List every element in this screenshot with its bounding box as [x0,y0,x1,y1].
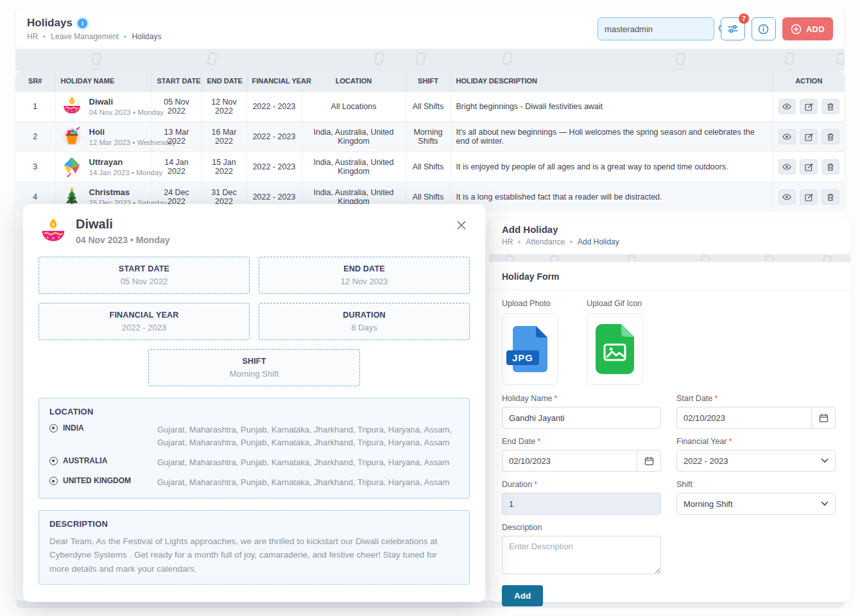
row-location: India, Australia, United Kingdom [302,152,406,182]
stat-financial-year: FINANCIAL YEAR 2022 - 2023 [39,303,250,340]
upload-photo-dropzone[interactable]: JPG [502,313,558,385]
col-location: LOCATION [302,71,406,92]
stat-label: SHIFT [242,357,266,366]
delete-button[interactable] [821,159,839,175]
calendar-icon[interactable] [637,450,661,472]
col-sr: SR# [15,71,55,92]
breadcrumb-dot [43,35,46,38]
chevron-down-icon [821,501,829,506]
upload-photo-label: Upload Photo [502,299,558,308]
delete-button[interactable] [821,189,839,205]
panel-title: Add Holiday [502,224,838,235]
financial-year-select[interactable]: 2022 - 2023 [676,450,836,472]
delete-button[interactable] [821,99,839,114]
target-icon [49,477,58,485]
stat-end-date: END DATE 12 Nov 2023 [259,257,470,294]
col-description: HOLIDAY DESCRIPTION [451,71,773,92]
breadcrumb-hr[interactable]: HR [27,32,38,41]
description-field[interactable] [502,536,661,574]
plus-circle-icon [791,24,802,35]
info-button[interactable] [752,17,776,40]
holiday-name-label: Holiday Name* [502,394,661,403]
stat-value: 12 Nov 2023 [341,277,388,286]
financial-year-value: 2022 - 2023 [684,456,728,466]
add-holiday-panel: Add Holiday HR Attendance Add Holiday Ho… [489,218,851,602]
stat-label: FINANCIAL YEAR [110,311,179,320]
upload-gif-dropzone[interactable] [587,313,643,385]
edit-button[interactable] [800,99,818,114]
row-location: India, Australia, United Kingdom [302,122,406,152]
target-icon [49,457,58,465]
diya-lamp-icon [39,217,68,246]
decor-pattern-band [15,49,845,71]
breadcrumb-hr[interactable]: HR [502,237,513,246]
duration-label: Duration* [502,480,661,489]
table-row: 1 Diwali 04 Nov 2023 • Monday 05 Nov 202… [15,92,845,122]
edit-button[interactable] [800,129,818,144]
shift-select[interactable]: Morning Shift [676,493,836,515]
holidays-table: SR# HOLIDAY NAME START DATE END DATE FIN… [15,71,845,212]
view-button[interactable] [778,159,796,175]
search-box[interactable] [598,17,714,40]
upload-gif-label: Upload Gif Icon [587,299,643,308]
row-shift: All Shifts [406,152,451,182]
holiday-name: Christmas [89,187,168,197]
end-date-field[interactable] [502,450,637,472]
holiday-name: Diwali [89,97,164,107]
shift-label: Shift [676,480,836,489]
delete-button[interactable] [821,129,839,144]
start-date-field[interactable] [676,407,811,429]
breadcrumb-dot [518,241,520,243]
holiday-date: 04 Nov 2023 • Monday [89,108,164,116]
location-section: LOCATION INDIA Gujarat, Maharashtra, Pun… [39,398,470,499]
add-button[interactable]: ADD [782,17,833,40]
breadcrumb-leave-management[interactable]: Leave Management [51,32,119,41]
row-end-date: 16 Mar 2022 [202,122,246,152]
filter-button[interactable]: 7 [721,17,745,40]
row-financial-year: 2022 - 2023 [246,92,302,122]
breadcrumb-dot [124,35,126,38]
page-header: Holidays i HR Leave Management Holidays … [15,9,845,49]
breadcrumb-holidays: Holidays [132,32,161,41]
close-icon[interactable] [453,217,470,234]
stat-label: DURATION [343,311,386,320]
row-shift: Morning Shifts [406,122,451,152]
row-description: It's all about new beginnings — Holi wel… [451,122,773,152]
view-button[interactable] [778,99,796,114]
submit-add-button[interactable]: Add [502,585,543,606]
page-title: Holidays i [27,17,161,30]
gif-image-icon [594,324,635,374]
info-icon [758,24,769,35]
col-action: ACTION [773,71,845,92]
table-row: 2 Holi 12 Mar 2023 • Wednesday 13 Mar 20… [15,122,845,152]
holiday-name: Holi [89,127,176,137]
holiday-name-field[interactable] [502,407,661,429]
location-country: INDIA [63,424,84,432]
edit-button[interactable] [800,189,818,205]
row-description: It is enjoyed by people of all ages and … [451,152,773,182]
search-input[interactable] [605,24,718,34]
stat-duration: DURATION 8 Days [259,303,470,340]
description-title: DESCRIPTION [49,519,459,529]
breadcrumb-add-holiday: Add Holiday [578,237,619,246]
stat-start-date: START DATE 05 Nov 2022 [39,257,250,294]
stat-value: 05 Nov 2022 [121,277,168,286]
view-button[interactable] [778,189,796,205]
row-location: All Locations [302,92,406,122]
calendar-icon[interactable] [811,407,836,429]
stat-shift: SHIFT Morning Shift [148,349,360,386]
duration-field [502,493,661,515]
modal-subtitle: 04 Nov 2023 • Monday [76,235,170,245]
row-end-date: 15 Jan 2022 [202,152,246,182]
page-title-text: Holidays [27,17,73,30]
col-holiday-name: HOLIDAY NAME [55,71,151,92]
stat-value: 2022 - 2023 [122,323,166,332]
modal-title: Diwali [76,217,170,232]
view-button[interactable] [778,129,796,144]
breadcrumb-attendance[interactable]: Attendance [526,237,565,246]
stat-value: Morning Shift [230,369,279,379]
edit-button[interactable] [800,159,818,175]
holiday-date: 14 Jan 2023 • Monday [89,169,163,176]
col-financial-year: FINANCIAL YEAR [246,71,302,92]
title-info-icon[interactable]: i [78,19,87,28]
